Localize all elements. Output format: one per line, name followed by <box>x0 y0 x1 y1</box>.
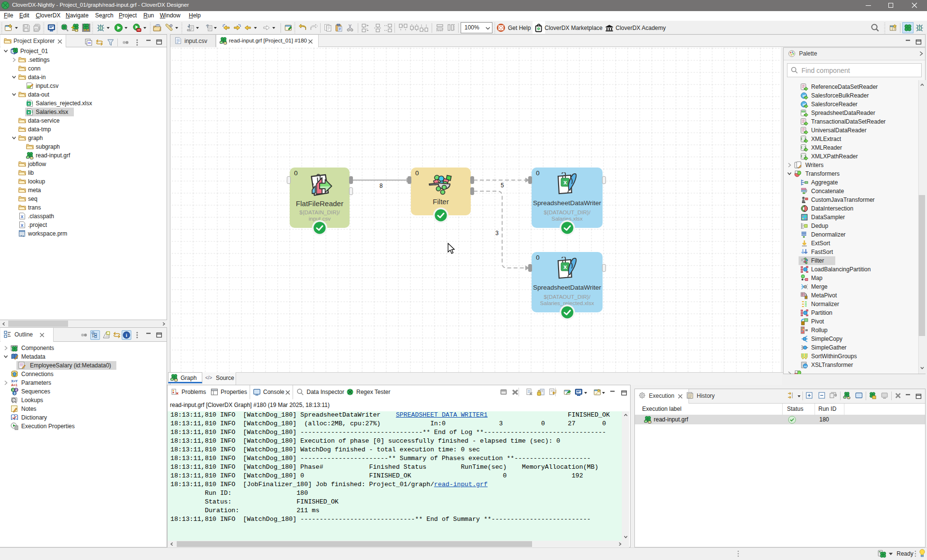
svg-text:i: i <box>126 333 127 338</box>
svg-text:1: 1 <box>12 388 14 392</box>
svg-text:X: X <box>21 223 24 228</box>
svg-text:x:y: x:y <box>21 234 24 237</box>
svg-text:2: 2 <box>15 388 17 392</box>
svg-text:x: x <box>28 101 30 106</box>
svg-text:3: 3 <box>14 392 15 395</box>
svg-text:A=1: A=1 <box>11 383 17 387</box>
svg-text:X=Y: X=Y <box>11 379 18 383</box>
svg-text:x: x <box>563 179 567 186</box>
svg-text:x: x <box>563 263 567 270</box>
svg-text:X: X <box>21 214 24 219</box>
svg-text:x: x <box>28 110 30 114</box>
svg-text:xsl: xsl <box>803 365 807 368</box>
